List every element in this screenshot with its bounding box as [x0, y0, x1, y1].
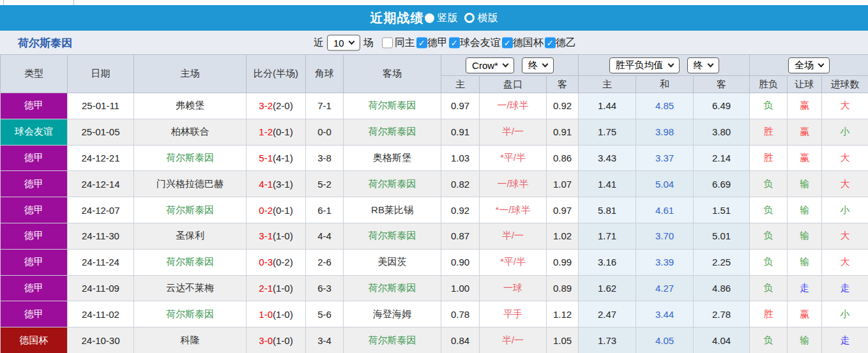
score-cell: 2-1(1-0) [247, 275, 306, 301]
half-time-score: (1-0) [273, 309, 293, 320]
league-checkbox-friendly[interactable]: ✓ [449, 37, 460, 48]
layout-radio-vertical-label[interactable]: 竖版 [438, 11, 458, 25]
match-date: 24-10-30 [68, 327, 134, 353]
handicap-result: 输 [788, 327, 822, 353]
league-label-dfb-pokal[interactable]: 德国杯 [513, 36, 544, 49]
mean-home-odds: 3.43 [579, 145, 636, 171]
crow-away-odds: 1.05 [547, 327, 579, 353]
games-label: 场 [363, 36, 374, 49]
match-row: 德甲25-01-11弗赖堡3-2(2-0)7-1荷尔斯泰因0.97一/球半0.9… [1, 93, 868, 119]
crow-away-odds: 0.91 [547, 119, 579, 145]
mean-home-odds: 3.16 [579, 249, 636, 275]
handicap-line: *平/半 [480, 145, 547, 171]
league-type-badge: 德甲 [1, 223, 68, 249]
layout-radio-vertical[interactable] [425, 13, 434, 23]
crow-home-odds: 1.00 [441, 275, 480, 301]
league-type-badge: 德甲 [1, 171, 68, 197]
home-team: 荷尔斯泰因 [134, 249, 247, 275]
handicap-odds-group-header: Crow* 终 [441, 55, 579, 76]
chevron-down-icon [818, 61, 825, 67]
mean-away-odds: 4.04 [694, 327, 750, 353]
layout-radio-horizontal-label[interactable]: 横版 [478, 11, 498, 25]
home-team: 荷尔斯泰因 [134, 197, 247, 223]
mean-away-odds: 3.80 [694, 119, 750, 145]
period-select[interactable]: 全场 [788, 57, 830, 73]
mean-draw-odds: 4.05 [636, 327, 694, 353]
goals-result: 小 [822, 197, 868, 223]
match-result: 负 [750, 275, 788, 301]
corner-score: 2-6 [306, 249, 344, 275]
chevron-down-icon [502, 61, 508, 67]
half-time-score: (0-1) [273, 205, 293, 216]
full-time-score: 3-0 [259, 335, 273, 346]
full-time-score: 4-1 [259, 179, 273, 190]
score-cell: 0-3(0-2) [247, 249, 306, 275]
home-team: 柏林联合 [134, 119, 247, 145]
handicap-stage-select[interactable]: 终 [522, 57, 554, 73]
half-time-score: (1-0) [273, 230, 293, 241]
goals-result: 走 [822, 327, 868, 353]
league-type-badge: 德甲 [1, 197, 68, 223]
mean-stage-select[interactable]: 终 [687, 57, 719, 73]
league-type-badge: 球会友谊 [1, 119, 68, 145]
crow-home-odds: 0.87 [441, 223, 480, 249]
match-result: 负 [750, 223, 788, 249]
mean-home-odds: 5.81 [579, 197, 636, 223]
match-date: 24-12-14 [68, 171, 134, 197]
handicap-line: *平/半 [480, 249, 547, 275]
league-label-bundesliga[interactable]: 德甲 [427, 36, 448, 49]
crow-home-odds: 0.84 [441, 327, 480, 353]
chevron-down-icon [667, 61, 674, 67]
mean-odds-select-value: 胜平负均值 [616, 59, 664, 71]
outcome-group-header: 全场 [750, 55, 868, 76]
league-type-badge: 德甲 [1, 275, 68, 301]
league-checkbox-bundesliga[interactable]: ✓ [416, 37, 427, 48]
league-checkbox-bundesliga2[interactable]: ✓ [545, 37, 556, 48]
cutoff-table-border [3, 0, 4, 5]
half-time-score: (1-0) [273, 335, 293, 346]
match-date: 24-11-09 [68, 275, 134, 301]
away-team: 荷尔斯泰因 [344, 93, 441, 119]
league-label-friendly[interactable]: 球会友谊 [460, 36, 501, 49]
match-date: 24-11-24 [68, 249, 134, 275]
handicap-stage-value: 终 [528, 59, 538, 71]
half-time-score: (4-1) [273, 153, 293, 163]
handicap-result: 输 [788, 171, 822, 197]
mean-home-odds: 1.73 [579, 327, 636, 353]
subcol-header-result: 胜负 [750, 76, 788, 93]
same-host-checkbox[interactable] [382, 37, 393, 48]
corner-score: 5-6 [306, 301, 344, 327]
full-time-score: 1-2 [259, 126, 273, 137]
same-host-label[interactable]: 同主 [395, 36, 415, 49]
cutoff-table-border [73, 0, 74, 5]
goals-result: 大 [822, 249, 868, 275]
mean-odds-group-header: 胜平负均值 终 [579, 55, 750, 76]
handicap-line: 一/球半 [480, 93, 547, 119]
score-cell: 5-1(4-1) [247, 145, 306, 171]
bookmaker-select[interactable]: Crow* [466, 57, 514, 73]
handicap-line: 一球 [480, 275, 547, 301]
league-label-bundesliga2[interactable]: 德乙 [556, 36, 576, 49]
home-team: 云达不莱梅 [134, 275, 247, 301]
mean-odds-select[interactable]: 胜平负均值 [609, 57, 680, 73]
chevron-down-icon [542, 61, 548, 67]
mean-home-odds: 1.44 [579, 93, 636, 119]
half-time-score: (1-0) [273, 283, 293, 294]
mean-away-odds: 1.51 [694, 197, 750, 223]
score-cell: 3-2(2-0) [247, 93, 306, 119]
home-team: 弗赖堡 [134, 93, 247, 119]
match-date: 24-12-07 [68, 197, 134, 223]
match-count-select[interactable]: 10 [327, 34, 360, 50]
mean-away-odds: 2.78 [694, 301, 750, 327]
league-checkbox-dfb-pokal[interactable]: ✓ [502, 37, 513, 48]
away-team: 海登海姆 [344, 301, 441, 327]
crow-away-odds: 0.86 [547, 145, 579, 171]
match-result: 胜 [750, 145, 788, 171]
mean-away-odds: 2.14 [694, 145, 750, 171]
bookmaker-select-value: Crow* [472, 60, 498, 71]
results-tbody: 德甲25-01-11弗赖堡3-2(2-0)7-1荷尔斯泰因0.97一/球半0.9… [1, 93, 868, 353]
mean-stage-value: 终 [694, 59, 703, 71]
corner-score: 6-1 [306, 197, 344, 223]
layout-radio-horizontal[interactable] [464, 13, 475, 23]
score-cell: 1-2(0-1) [247, 119, 306, 145]
